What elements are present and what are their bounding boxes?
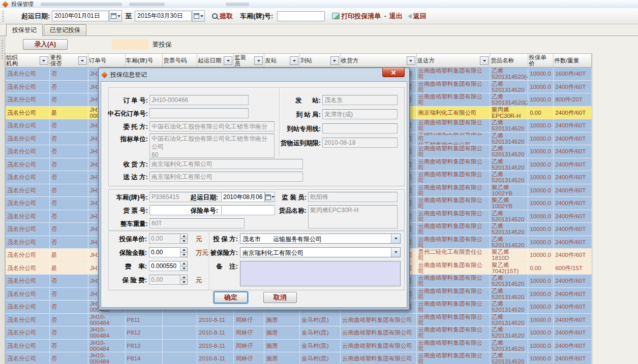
- spin-up-button[interactable]: [180, 247, 188, 253]
- rate-field[interactable]: 0.000550: [149, 261, 180, 271]
- order-no-label: 订 单 号:: [106, 96, 148, 105]
- premium-spinner[interactable]: 0.00: [149, 275, 188, 285]
- table-cell: [163, 314, 197, 326]
- tab-registered-insure[interactable]: 已登记投保: [44, 24, 86, 36]
- date-to-input[interactable]: 2015年03月30日: [135, 11, 192, 21]
- spin-down-button[interactable]: [180, 239, 188, 244]
- filter-button[interactable]: [407, 56, 415, 65]
- spin-up-button[interactable]: [180, 261, 188, 267]
- table-cell: 10000.0: [528, 340, 554, 352]
- from-station-field[interactable]: 茂名东: [322, 95, 398, 105]
- consignor-field[interactable]: 中国石油化工股份有限公司化工销售华南分公司: [149, 121, 275, 131]
- weight-field[interactable]: 60T: [149, 218, 245, 228]
- sinopec-order-field[interactable]: [149, 108, 249, 118]
- print-list-button[interactable]: 打印投保清单: [341, 12, 381, 21]
- ship-date-label: 起运日期:: [21, 12, 50, 21]
- extract-button[interactable]: 提取: [220, 12, 233, 21]
- goods-name-field[interactable]: 聚丙烯EPC30R-H: [308, 205, 398, 228]
- supervisor-field[interactable]: 欧阳锋: [308, 192, 398, 202]
- date-to-calendar-button[interactable]: [192, 10, 205, 22]
- car-no-input[interactable]: [277, 11, 325, 21]
- ok-button[interactable]: 确定: [214, 292, 248, 303]
- date-from-calendar-button[interactable]: [109, 10, 122, 22]
- table-cell: 0.00: [528, 262, 554, 275]
- deliver-field[interactable]: 南京瑞利化工有限公司: [149, 172, 303, 182]
- quota-unit-field[interactable]: 中国石油化工股份有限公司化工销售华南分公司 60: [149, 134, 275, 158]
- tab-insure-register[interactable]: 投保登记: [6, 24, 43, 36]
- table-cell: 2400件/60T: [554, 119, 592, 132]
- window-titlebar[interactable]: 投保管理: [0, 0, 638, 9]
- table-cell: 金马村(昆): [300, 326, 341, 339]
- cancel-button[interactable]: 取消: [263, 292, 297, 303]
- entry-button[interactable]: 录入(A): [23, 39, 68, 50]
- amount-field[interactable]: 0.00: [149, 247, 180, 257]
- to-label: 至: [125, 12, 132, 21]
- dialog-titlebar[interactable]: 投保信息登记: [99, 69, 409, 81]
- filter-button[interactable]: [78, 56, 87, 65]
- table-row[interactable]: 茂名分公司否JH10-000484P8142010-8-11周林仔施厝金马村(昆…: [6, 352, 592, 364]
- insured-select[interactable]: 南京瑞利化工有限公司: [240, 247, 401, 257]
- table-cell: 施厝: [264, 340, 300, 352]
- table-row[interactable]: 茂名分公司否JH10-000484P8112010-8-11周林仔施厝金马村(昆…: [6, 314, 592, 327]
- spin-down-button[interactable]: [180, 267, 188, 272]
- table-cell: 否: [50, 68, 88, 80]
- unit-price-field[interactable]: 0.00: [149, 234, 180, 244]
- table-cell: 乙烯 5201314520: [490, 314, 528, 326]
- to-bureau-field[interactable]: 龙潭寺(成): [322, 109, 398, 119]
- table-row[interactable]: 茂名分公司否JH10-000484P8132010-8-11周林仔施厝金马村(昆…: [6, 340, 592, 353]
- ship-date-dialog-field[interactable]: 2010年08月06日: [221, 192, 265, 202]
- order-no-field[interactable]: JH10-000466: [149, 95, 249, 105]
- table-cell: 否: [50, 275, 88, 287]
- table-cell: 2400件/60T: [554, 133, 592, 145]
- table-cell: 10000.0: [528, 145, 554, 158]
- table-cell: 茂名分公司: [6, 184, 50, 197]
- to-line-field[interactable]: [322, 123, 398, 134]
- deadline-field[interactable]: 2010-08-18: [322, 138, 398, 148]
- combo-dropdown-button[interactable]: [391, 234, 400, 243]
- table-cell: 乙烯 5201314520: [490, 210, 528, 223]
- filter-button[interactable]: [40, 56, 48, 65]
- receiver-field[interactable]: 南京瑞利化工有限公司: [149, 159, 303, 169]
- premium-field[interactable]: 0.00: [149, 275, 180, 285]
- policy-no-input[interactable]: [221, 205, 275, 215]
- date-from-input[interactable]: 2010年01月01日: [52, 11, 109, 21]
- spin-down-button[interactable]: [180, 253, 188, 258]
- sinopec-order-label: 中石化订单号:: [102, 110, 148, 118]
- table-cell: 乙烯 5201314520: [490, 301, 528, 313]
- table-cell: 2400件/60T: [554, 314, 592, 326]
- close-button[interactable]: [382, 68, 405, 77]
- amount-spinner[interactable]: 0.00: [149, 247, 188, 257]
- filter-button[interactable]: [480, 56, 489, 65]
- table-cell: 云南曲靖塑料集团有限公司: [417, 326, 491, 339]
- table-cell: 否: [50, 326, 88, 339]
- remark-textarea[interactable]: [240, 261, 401, 286]
- car-no-label: 车厢(牌)号:: [240, 12, 273, 21]
- left-splitter[interactable]: [0, 36, 5, 364]
- dialog-frame: 投保信息登记 订 单 号: JH10-000466 中石化订单号: 委 托 方:…: [98, 68, 410, 310]
- back-button[interactable]: 返回: [413, 12, 427, 21]
- table-cell: 2400件/60T: [554, 275, 592, 287]
- table-cell: 云南曲靖塑料集团有限公司: [417, 223, 491, 236]
- spin-up-button[interactable]: [180, 275, 188, 280]
- rate-label: 费 率:: [106, 262, 147, 271]
- rate-spinner[interactable]: 0.000550: [149, 261, 188, 271]
- combo-dropdown-button[interactable]: [391, 248, 400, 257]
- table-cell: 云南曲靖塑料集团有限公司: [417, 158, 491, 171]
- table-row[interactable]: 茂名分公司否JH10-000484P8122010-8-11周林仔施厝金马村(昆…: [6, 326, 592, 340]
- main-toolbar: 起运日期: 2010年01月01日 至 2015年03月30日 提取 车厢(牌)…: [0, 8, 638, 24]
- unit-price-spinner[interactable]: 0.00: [149, 234, 188, 244]
- filter-button[interactable]: [290, 56, 298, 65]
- table-cell: 10000.0: [528, 352, 554, 364]
- table-cell: 10000.0: [528, 81, 554, 93]
- spin-up-button[interactable]: [180, 234, 188, 239]
- insurer-select[interactable]: 茂名市 运输服务有限公司: [240, 234, 401, 244]
- toolbar-grip[interactable]: [2, 11, 4, 22]
- filter-button[interactable]: [224, 56, 232, 65]
- table-cell: 云南曲靖塑料集团有限公司: [417, 119, 491, 132]
- spin-down-button[interactable]: [180, 280, 188, 285]
- receiver-label: 收 货 方:: [106, 160, 148, 169]
- filter-button[interactable]: [330, 56, 339, 65]
- exit-button[interactable]: 退出: [389, 12, 403, 21]
- calendar-icon: [194, 13, 199, 19]
- filter-button[interactable]: [254, 56, 263, 65]
